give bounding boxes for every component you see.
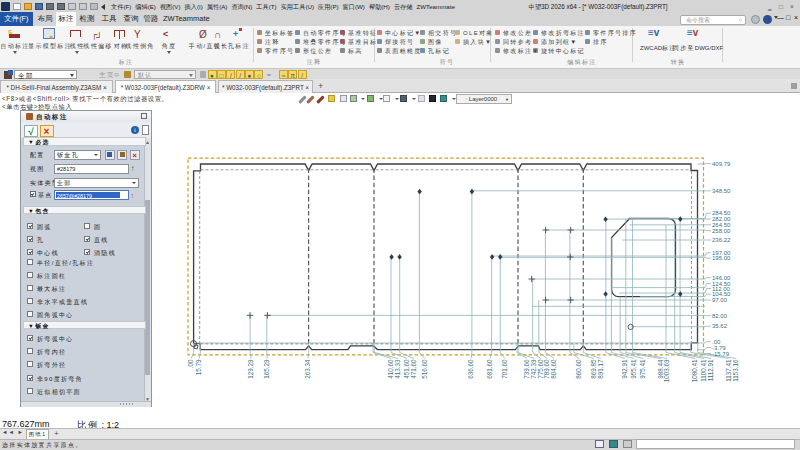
svg-text:82.00: 82.00 <box>712 313 728 319</box>
svg-text:413.33: 413.33 <box>394 359 401 379</box>
svg-text:409.79: 409.79 <box>712 161 731 167</box>
svg-text:-15.79: -15.79 <box>712 351 730 357</box>
svg-text:1153.16: 1153.16 <box>732 359 739 382</box>
svg-text:1100.41: 1100.41 <box>700 359 707 382</box>
svg-text:165.29: 165.29 <box>263 359 270 379</box>
svg-text:258.00: 258.00 <box>712 228 731 234</box>
svg-text:1080.41: 1080.41 <box>691 359 698 382</box>
svg-text:942.91: 942.91 <box>621 359 628 379</box>
svg-text:15.79: 15.79 <box>195 359 202 375</box>
svg-text:97.00: 97.00 <box>712 297 728 303</box>
svg-text:35.62: 35.62 <box>712 323 728 329</box>
svg-text:1003.69: 1003.69 <box>663 359 670 382</box>
svg-text:516.60: 516.60 <box>421 359 428 379</box>
svg-text:1137.41: 1137.41 <box>725 359 732 382</box>
svg-text:955.41: 955.41 <box>630 359 637 379</box>
svg-text:471.60: 471.60 <box>410 359 417 379</box>
svg-text:681.60: 681.60 <box>486 359 493 379</box>
svg-text:348.50: 348.50 <box>712 188 731 194</box>
svg-text:1112.91: 1112.91 <box>707 359 714 381</box>
svg-text:860.60: 860.60 <box>575 359 582 379</box>
svg-text:.00: .00 <box>187 359 194 368</box>
svg-text:891.17: 891.17 <box>597 359 604 379</box>
svg-text:636.60: 636.60 <box>467 359 474 379</box>
svg-text:129.29: 129.29 <box>247 359 254 379</box>
svg-text:236.22: 236.22 <box>712 237 731 243</box>
svg-text:195.00: 195.00 <box>712 255 731 261</box>
svg-text:804.60: 804.60 <box>550 359 557 379</box>
svg-text:701.60: 701.60 <box>501 359 508 379</box>
svg-text:263.34: 263.34 <box>304 359 311 379</box>
svg-text:975.41: 975.41 <box>639 359 646 379</box>
